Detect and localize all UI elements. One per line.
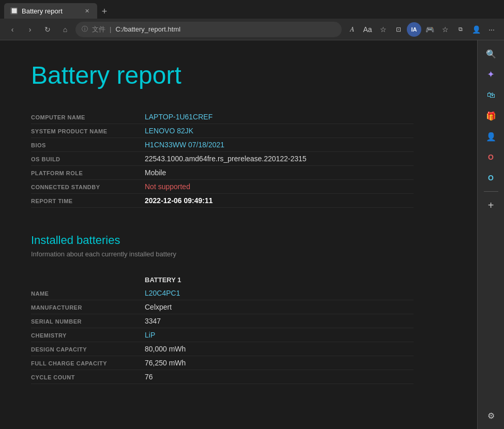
new-tab-button[interactable]: + [97, 4, 112, 19]
sidebar-person-button[interactable]: 👤 [482, 127, 500, 146]
sidebar-settings-icon: ⚙ [487, 411, 495, 421]
info-value: LAPTOP-1U61CREF [145, 113, 212, 121]
battery-label: MANUFACTURER [31, 304, 145, 311]
battery-data-row: CYCLE COUNT76 [31, 370, 414, 384]
split-button[interactable]: ⧉ [453, 22, 468, 37]
translate-icon: Aa [363, 25, 372, 34]
battery-data-row: MANUFACTURERCelxpert [31, 300, 414, 314]
active-tab[interactable]: ⬜ Battery report ✕ [4, 3, 97, 19]
battery-table: BATTERY 1 NAMEL20C4PC1MANUFACTURERCelxpe… [31, 273, 414, 384]
tab-close-button[interactable]: ✕ [83, 7, 91, 15]
collections-button[interactable]: ⊡ [391, 22, 406, 37]
info-value: Not supported [145, 182, 190, 191]
url-separator: | [110, 25, 111, 33]
section-subtitle: Information about each currently install… [31, 250, 414, 258]
sidebar-copilot-button[interactable]: ✦ [482, 65, 500, 84]
right-sidebar: 🔍 ✦ 🛍 🎁 👤 O O + ⚙ [477, 40, 504, 429]
battery-data-row: CHEMISTRYLiP [31, 328, 414, 342]
url-bar[interactable]: ⓘ 文件 | C:/battery_report.html [75, 22, 342, 37]
battery-label: CHEMISTRY [31, 332, 145, 339]
read-aloud-icon: 𝐴 [350, 25, 355, 34]
refresh-button[interactable]: ↻ [40, 22, 55, 37]
gamebar-button[interactable]: 🎮 [422, 22, 437, 37]
system-info-table: COMPUTER NAMELAPTOP-1U61CREFSYSTEM PRODU… [31, 110, 414, 208]
sidebar-copilot-icon: ✦ [487, 69, 495, 80]
battery-value: 76,250 mWh [145, 359, 186, 367]
battery-value: 3347 [145, 317, 161, 325]
forward-button[interactable]: › [23, 22, 37, 37]
gamebar-icon: 🎮 [425, 25, 434, 34]
battery-data-row: FULL CHARGE CAPACITY76,250 mWh [31, 356, 414, 370]
battery-data-rows: NAMEL20C4PC1MANUFACTURERCelxpertSERIAL N… [31, 286, 414, 384]
more-button[interactable]: ··· [484, 22, 499, 37]
collections-icon: ⊡ [396, 26, 401, 33]
back-button[interactable]: ‹ [5, 22, 20, 37]
info-row: REPORT TIME2022-12-06 09:49:11 [31, 194, 414, 208]
battery-value: 80,000 mWh [145, 345, 186, 353]
home-button[interactable]: ⌂ [58, 22, 72, 37]
sidebar-outlook-button[interactable]: O [482, 168, 500, 187]
sidebar-office-button[interactable]: O [482, 148, 500, 166]
battery-header: BATTERY 1 [145, 276, 181, 284]
info-icon: ⓘ [82, 25, 88, 34]
battery-label: DESIGN CAPACITY [31, 346, 145, 353]
sidebar-search-button[interactable]: 🔍 [482, 44, 500, 63]
translate-button[interactable]: Aa [360, 22, 375, 37]
tab-icon: ⬜ [10, 7, 18, 14]
profile-icon: IA [411, 26, 417, 33]
content-area[interactable]: Battery report COMPUTER NAMELAPTOP-1U61C… [0, 40, 477, 429]
sidebar-outlook-icon: O [488, 174, 494, 182]
read-aloud-button[interactable]: 𝐴 [345, 22, 359, 37]
split-icon: ⧉ [459, 26, 463, 33]
profile-button[interactable]: IA [407, 22, 421, 37]
battery-label: CYCLE COUNT [31, 374, 145, 380]
more-icon: ··· [488, 25, 495, 34]
collections2-button[interactable]: ☆ [438, 22, 452, 37]
info-label: COMPUTER NAME [31, 114, 145, 120]
battery-value: LiP [145, 331, 155, 339]
info-row: COMPUTER NAMELAPTOP-1U61CREF [31, 110, 414, 124]
info-value: H1CN33WW 07/18/2021 [145, 141, 224, 149]
star-icon: ☆ [442, 25, 449, 34]
sidebar-settings-button[interactable]: ⚙ [482, 406, 500, 425]
battery-label-spacer [31, 276, 145, 284]
sidebar-games-icon: 🎁 [486, 111, 496, 121]
info-value: 22543.1000.amd64fre.rs_prerelease.220122… [145, 155, 307, 163]
battery-value: Celxpert [145, 303, 172, 311]
battery-data-row: SERIAL NUMBER3347 [31, 314, 414, 328]
sidebar-shopping-button[interactable]: 🛍 [482, 86, 500, 104]
section-title: Installed batteries [31, 234, 414, 247]
battery-data-row: DESIGN CAPACITY80,000 mWh [31, 342, 414, 356]
url-path: C:/battery_report.html [115, 25, 180, 33]
sidebar-office-icon: O [488, 153, 494, 161]
battery-label: NAME [31, 290, 145, 297]
info-value: Mobile [145, 168, 166, 177]
profile2-button[interactable]: 👤 [469, 22, 483, 37]
info-label: CONNECTED STANDBY [31, 184, 145, 190]
sidebar-person-icon: 👤 [486, 132, 496, 142]
page-content: Battery report COMPUTER NAMELAPTOP-1U61C… [0, 40, 445, 405]
info-row: OS BUILD22543.1000.amd64fre.rs_prereleas… [31, 152, 414, 166]
page-title: Battery report [31, 61, 414, 89]
home-icon: ⌂ [63, 25, 67, 34]
info-label: SYSTEM PRODUCT NAME [31, 128, 145, 134]
info-label: BIOS [31, 142, 145, 148]
battery-header-row: BATTERY 1 [31, 273, 414, 286]
battery-label: FULL CHARGE CAPACITY [31, 360, 145, 366]
info-value: 2022-12-06 09:49:11 [145, 196, 213, 205]
info-row: CONNECTED STANDBYNot supported [31, 180, 414, 194]
favorites-button[interactable]: ☆ [376, 22, 390, 37]
battery-label: SERIAL NUMBER [31, 318, 145, 325]
battery-value: L20C4PC1 [145, 289, 180, 297]
refresh-icon: ↻ [44, 25, 51, 34]
info-row: SYSTEM PRODUCT NAMELENOVO 82JK [31, 124, 414, 138]
sidebar-divider [484, 191, 498, 192]
sidebar-add-button[interactable]: + [482, 196, 500, 214]
info-label: OS BUILD [31, 156, 145, 162]
sidebar-games-button[interactable]: 🎁 [482, 106, 500, 125]
info-value: LENOVO 82JK [145, 127, 193, 135]
info-row: PLATFORM ROLEMobile [31, 166, 414, 180]
sidebar-search-icon: 🔍 [486, 49, 496, 59]
toolbar-right: 𝐴 Aa ☆ ⊡ IA 🎮 ☆ ⧉ 👤 ··· [345, 22, 499, 37]
tab-title: Battery report [22, 7, 63, 15]
